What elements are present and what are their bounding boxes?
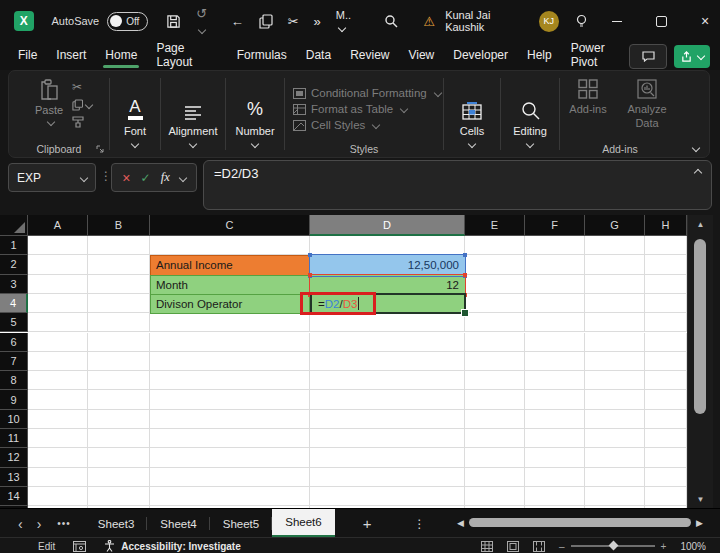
tab-home[interactable]: Home [105, 48, 137, 64]
cell-D5[interactable] [310, 313, 465, 332]
cell-A14[interactable] [28, 487, 88, 506]
cell-F12[interactable] [525, 448, 585, 467]
cell-A7[interactable] [28, 352, 88, 371]
row-header-4[interactable]: 4 [0, 294, 28, 313]
name-box[interactable]: EXP [8, 163, 96, 192]
cell-H13[interactable] [645, 468, 687, 487]
minimize-button[interactable] [602, 6, 632, 36]
cell-A13[interactable] [28, 468, 88, 487]
cell-B5[interactable] [88, 313, 150, 332]
tab-file[interactable]: File [18, 48, 37, 64]
cell-B6[interactable] [88, 333, 150, 352]
row-header-11[interactable]: 11 [0, 429, 28, 448]
cell-H10[interactable] [645, 410, 687, 429]
cell-H3[interactable] [645, 275, 687, 294]
sheet-tab-sheet3[interactable]: Sheet3 [85, 509, 147, 538]
cell-A6[interactable] [28, 333, 88, 352]
row-header-2[interactable]: 2 [0, 255, 28, 274]
save-button[interactable] [166, 14, 181, 29]
addins-button[interactable]: Add-ins [560, 71, 616, 140]
zoom-out-button[interactable]: – [559, 541, 565, 552]
cell-E12[interactable] [465, 448, 525, 467]
cut-button[interactable]: ✂ [288, 14, 299, 29]
cells-group-button[interactable]: Cells [444, 71, 500, 157]
all-sheets-button[interactable]: ••• [57, 509, 71, 538]
cell-F3[interactable] [525, 275, 585, 294]
row-header-13[interactable]: 13 [0, 468, 28, 487]
cell-B13[interactable] [88, 468, 150, 487]
cell-styles-button[interactable]: Cell Styles [293, 119, 379, 131]
autosave-toggle[interactable]: Off [107, 12, 148, 31]
cell-E6[interactable] [465, 333, 525, 352]
cell-G13[interactable] [585, 468, 645, 487]
clipboard-dialog-launcher[interactable] [96, 145, 104, 153]
number-group-button[interactable]: % Number [226, 71, 284, 157]
cancel-button[interactable]: × [122, 170, 130, 186]
cell-F1[interactable] [525, 236, 585, 255]
zoom-level[interactable]: 100% [680, 541, 706, 552]
cell-B7[interactable] [88, 352, 150, 371]
cell-C4-filled[interactable]: Divison Operator [150, 294, 310, 314]
cell-H12[interactable] [645, 448, 687, 467]
next-sheet-button[interactable]: › [37, 509, 42, 538]
cell-C6[interactable] [150, 333, 310, 352]
format-painter-button[interactable] [72, 116, 92, 128]
cell-G10[interactable] [585, 410, 645, 429]
row-header-7[interactable]: 7 [0, 352, 28, 371]
cell-H1[interactable] [645, 236, 687, 255]
cell-C5[interactable] [150, 313, 310, 332]
collapse-ribbon-chevron-icon[interactable] [692, 144, 700, 152]
row-header-5[interactable]: 5 [0, 313, 28, 332]
sheet-tab-sheet5[interactable]: Sheet5 [210, 509, 272, 538]
cell-E1[interactable] [465, 236, 525, 255]
cell-H4[interactable] [645, 294, 687, 313]
undo-button[interactable]: ↺ [196, 6, 215, 36]
cell-D1[interactable] [310, 236, 465, 255]
cell-B14[interactable] [88, 487, 150, 506]
new-sheet-button[interactable]: + [363, 509, 372, 538]
cell-D11[interactable] [310, 429, 465, 448]
zoom-in-button[interactable]: + [661, 541, 667, 552]
cell-H8[interactable] [645, 371, 687, 390]
cell-A4[interactable] [28, 294, 88, 313]
cell-A3[interactable] [28, 275, 88, 294]
cell-C8[interactable] [150, 371, 310, 390]
doc-menu-button[interactable]: M.. [336, 9, 360, 33]
cell-A9[interactable] [28, 390, 88, 409]
tab-page-layout[interactable]: Page Layout [156, 41, 217, 71]
accessibility-icon[interactable] [104, 540, 115, 552]
cell-E4[interactable] [465, 294, 525, 313]
cell-A11[interactable] [28, 429, 88, 448]
tab-formulas[interactable]: Formulas [237, 48, 287, 64]
cell-C1[interactable] [150, 236, 310, 255]
macro-record-button[interactable] [73, 541, 86, 552]
formula-input[interactable]: =D2/D3 [203, 160, 712, 210]
cell-E7[interactable] [465, 352, 525, 371]
cell-E14[interactable] [465, 487, 525, 506]
cell-B2[interactable] [88, 255, 150, 274]
cell-D9[interactable] [310, 390, 465, 409]
quick-access-overflow-button[interactable]: » [314, 14, 321, 29]
cell-G1[interactable] [585, 236, 645, 255]
cell-C2-filled[interactable]: Annual Income [150, 255, 310, 275]
cut-button-ribbon[interactable]: ✂ [72, 80, 92, 94]
column-header-H[interactable]: H [645, 215, 687, 236]
cell-C10[interactable] [150, 410, 310, 429]
cell-F7[interactable] [525, 352, 585, 371]
cell-B1[interactable] [88, 236, 150, 255]
cell-G3[interactable] [585, 275, 645, 294]
cell-C13[interactable] [150, 468, 310, 487]
row-header-1[interactable]: 1 [0, 236, 28, 255]
cell-G6[interactable] [585, 333, 645, 352]
copy-button-ribbon[interactable] [72, 99, 92, 111]
cell-B9[interactable] [88, 390, 150, 409]
cell-B8[interactable] [88, 371, 150, 390]
avatar[interactable]: KJ [539, 11, 560, 32]
format-as-table-button[interactable]: Format as Table [293, 103, 407, 115]
cell-A10[interactable] [28, 410, 88, 429]
cell-F8[interactable] [525, 371, 585, 390]
copy-button[interactable] [259, 14, 273, 29]
cell-E13[interactable] [465, 468, 525, 487]
user-name[interactable]: Kunal Jai Kaushik [445, 9, 530, 33]
select-all-corner[interactable] [0, 215, 28, 236]
